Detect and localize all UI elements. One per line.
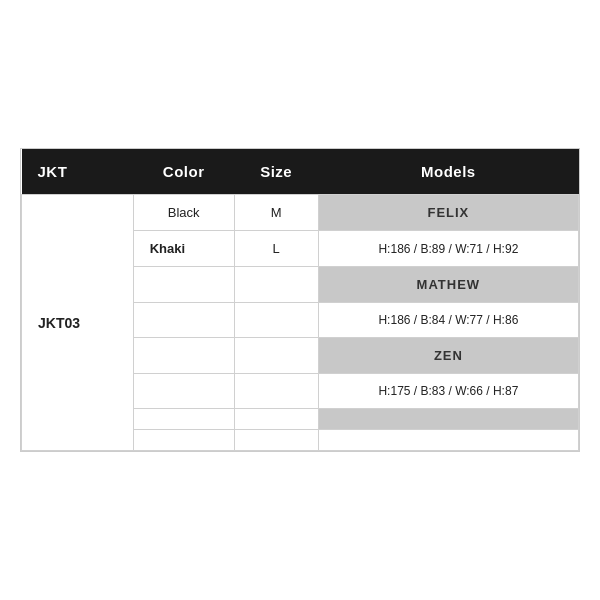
header-row: JKT Color Size Models [22,149,579,195]
cell-color [133,303,234,338]
table-body: JKT03BlackMFELIXKhakiLH:186 / B:89 / W:7… [22,195,579,451]
cell-size [234,409,318,430]
cell-models: H:175 / B:83 / W:66 / H:87 [318,374,578,409]
cell-size: L [234,231,318,267]
cell-color: Khaki [133,231,234,267]
cell-size: M [234,195,318,231]
cell-models [318,409,578,430]
cell-size [234,267,318,303]
cell-models: MATHEW [318,267,578,303]
cell-size [234,303,318,338]
cell-models: ZEN [318,338,578,374]
cell-models: FELIX [318,195,578,231]
header-models: Models [318,149,578,195]
cell-color [133,430,234,451]
cell-models [318,430,578,451]
product-table: JKT Color Size Models JKT03BlackMFELIXKh… [21,149,579,451]
cell-models: H:186 / B:84 / W:77 / H:86 [318,303,578,338]
cell-color [133,374,234,409]
cell-models: H:186 / B:89 / W:71 / H:92 [318,231,578,267]
cell-color: Black [133,195,234,231]
cell-color [133,267,234,303]
header-color: Color [133,149,234,195]
cell-color [133,338,234,374]
header-jkt: JKT [22,149,134,195]
main-table-container: JKT Color Size Models JKT03BlackMFELIXKh… [20,148,580,452]
cell-size [234,374,318,409]
cell-color [133,409,234,430]
cell-jkt: JKT03 [22,195,134,451]
header-size: Size [234,149,318,195]
cell-size [234,430,318,451]
cell-size [234,338,318,374]
table-row: JKT03BlackMFELIX [22,195,579,231]
